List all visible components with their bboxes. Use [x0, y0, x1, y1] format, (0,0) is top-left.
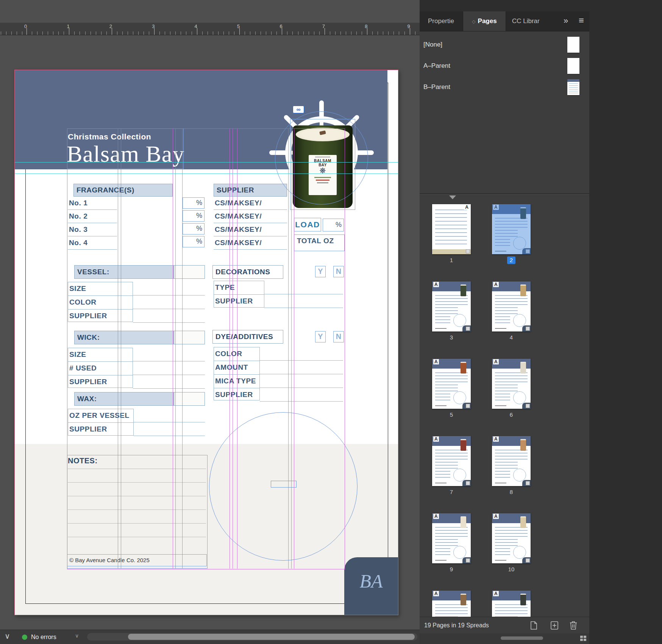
thumb-text-line	[495, 298, 528, 299]
thumb-text-line	[495, 468, 518, 469]
thumb-adornment-icon	[466, 558, 470, 563]
page-item[interactable]: A3	[432, 281, 471, 341]
panel-top-strip	[420, 0, 589, 11]
thumb-adornment-icon	[526, 249, 530, 253]
thumb-text-line	[435, 462, 458, 463]
parent-letter-badge: A	[493, 436, 499, 442]
page-number-label[interactable]: 1	[450, 256, 453, 264]
thumb-candle-image	[520, 439, 526, 451]
thumb-text-line	[435, 225, 467, 225]
thumb-text-line	[495, 388, 518, 388]
collapse-panel-icon[interactable]: »	[564, 16, 567, 26]
panel-menu-icon[interactable]: ≡	[579, 15, 584, 26]
pages-horizontal-scrollbar[interactable]	[501, 636, 543, 640]
thumb-text-line	[435, 542, 458, 543]
thumb-text-line	[435, 319, 450, 320]
page-number-label[interactable]: 5	[450, 411, 453, 419]
page-thumbnail[interactable]: A	[492, 281, 531, 331]
thumb-copyright-line	[435, 560, 447, 561]
parent-letter-badge: A	[493, 591, 499, 596]
thumb-text-line	[495, 319, 510, 320]
ruler-number: 1	[67, 23, 69, 29]
tab-cc-libraries[interactable]: CC Librar	[512, 11, 540, 31]
thumb-text-line	[495, 453, 528, 453]
thumb-candle-image	[461, 439, 466, 451]
page-thumbnail[interactable]: A	[492, 513, 531, 563]
page-number-label[interactable]: 3	[450, 334, 453, 341]
no-errors-dot-icon	[22, 635, 27, 640]
status-dropdown-icon[interactable]: ∨	[75, 633, 79, 639]
page-item[interactable]: A7	[432, 436, 471, 496]
thumb-text-line	[435, 240, 467, 241]
scrollbar-thumb[interactable]	[128, 634, 415, 640]
page-thumbnail[interactable]: A	[432, 204, 471, 254]
thumb-circle-guide	[453, 391, 466, 404]
page-number-label[interactable]: 8	[510, 488, 513, 496]
document-page[interactable]: BALSAM BAY ∞	[14, 70, 398, 615]
page-thumbnail[interactable]: A	[432, 359, 471, 409]
ruler-number: 8	[365, 23, 367, 29]
thumb-circle-guide	[453, 546, 466, 559]
thumb-corner-card	[522, 248, 531, 254]
page-number-label[interactable]: 7	[450, 488, 453, 496]
thumb-text-line	[435, 307, 458, 308]
thumb-text-line	[495, 474, 510, 475]
thumb-candle-image	[520, 284, 526, 296]
page-item[interactable]: A8	[492, 436, 531, 496]
thumb-adornment-icon	[466, 481, 470, 485]
edit-page-size-icon[interactable]	[529, 621, 539, 630]
thumb-text-line	[495, 539, 518, 540]
thumb-text-line	[495, 242, 510, 243]
page-item[interactable]: A1	[432, 204, 471, 264]
thumb-text-line	[435, 551, 450, 552]
page-number-label[interactable]: 2	[507, 256, 515, 264]
thumb-adornment-icon	[466, 327, 470, 331]
thumb-text-line	[495, 607, 528, 608]
thumb-text-line	[495, 310, 518, 311]
thumb-text-line	[435, 554, 450, 555]
page-thumbnail[interactable]: A	[432, 281, 471, 331]
thumb-text-line	[435, 397, 450, 397]
horizontal-scrollbar[interactable]	[87, 633, 417, 641]
tab-pages[interactable]: ◇Pages	[463, 11, 506, 31]
thumb-text-line	[435, 316, 450, 317]
page-thumbnail[interactable]: A	[432, 591, 471, 617]
new-page-icon[interactable]	[549, 621, 560, 630]
page-thumbnail[interactable]: A	[492, 204, 531, 254]
thumbnail-size-grid-icon[interactable]	[580, 636, 587, 642]
page-item[interactable]: A9	[432, 513, 471, 573]
page-item[interactable]: A4	[492, 281, 531, 341]
page-number-label[interactable]: 4	[510, 334, 513, 341]
page-item[interactable]: A6	[492, 359, 531, 419]
delete-page-icon[interactable]	[568, 621, 579, 630]
right-gutter	[589, 0, 662, 644]
thumb-text-line	[435, 394, 450, 394]
thumb-text-line	[435, 545, 458, 546]
thumb-text-line	[435, 459, 468, 460]
page-number-label[interactable]: 10	[508, 566, 515, 573]
page-thumbnail[interactable]: A	[492, 359, 531, 409]
page-item[interactable]: A5	[432, 359, 471, 419]
thumb-text-line	[495, 218, 528, 219]
page-item[interactable]: A2	[492, 204, 531, 264]
thumb-candle-image	[520, 594, 526, 605]
thumb-bottom-strip	[432, 249, 471, 254]
horizontal-ruler: 0123456789	[0, 23, 420, 35]
thumb-copyright-line	[435, 405, 447, 406]
link-badge-icon[interactable]: ∞	[293, 106, 304, 113]
page-thumbnail[interactable]: A	[432, 436, 471, 486]
preflight-chevron-icon[interactable]: ∨	[5, 631, 10, 641]
page-item[interactable]: A12	[492, 591, 531, 617]
page-number-label[interactable]: 9	[450, 566, 453, 573]
canvas-area[interactable]: 0123456789	[0, 0, 420, 644]
page-thumbnail[interactable]: A	[492, 591, 531, 617]
thumb-copyright-line	[495, 405, 506, 406]
page-thumbnail[interactable]: A	[432, 513, 471, 563]
page-thumbnail[interactable]: A	[492, 436, 531, 486]
page-item[interactable]: A10	[492, 513, 531, 573]
page-item[interactable]: A11	[432, 591, 471, 617]
tab-properties[interactable]: Propertie	[428, 11, 454, 31]
thumb-text-line	[435, 244, 467, 244]
page-number-label[interactable]: 6	[510, 411, 513, 419]
thumb-text-line	[435, 304, 468, 305]
